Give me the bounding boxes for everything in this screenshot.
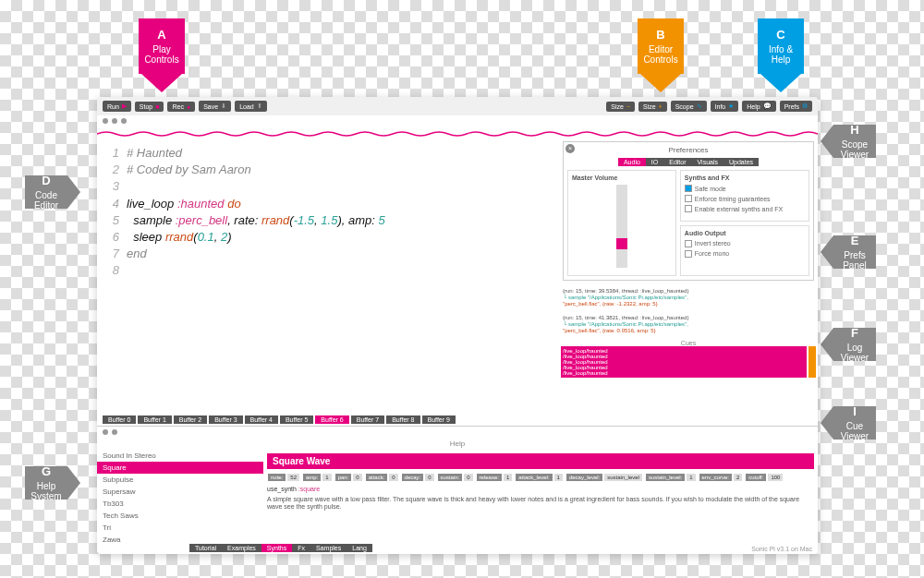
help-item[interactable]: Tb303 [97,498,263,510]
annotation-e: EPrefs Panel [821,235,876,269]
minus-icon: − [626,103,630,110]
annotation-g: GHelp System [25,466,80,500]
load-button[interactable]: Load⬆ [235,101,267,112]
help-list[interactable]: Sound In Stereo Square Subpulse Supersaw… [97,450,263,542]
buffer-tab-8[interactable]: Buffer 8 [386,415,419,424]
external-checkbox[interactable] [685,205,692,212]
help-window-dots [97,427,818,438]
annotation-d: DCode Editor [25,175,80,209]
size-plus-button[interactable]: Size+ [638,102,667,112]
volume-slider[interactable] [616,185,627,268]
help-tab-lang[interactable]: Lang [346,544,372,552]
window-dots [97,115,818,126]
info-button[interactable]: Info★ [711,101,739,112]
help-item[interactable]: Square [97,462,263,474]
save-icon: ⬇ [221,102,226,110]
cue-viewer: Cues /live_loop/haunted /live_loop/haunt… [559,338,818,379]
annotation-h: HScope Viewer [821,125,876,158]
buffer-tab-1[interactable]: Buffer 1 [138,415,171,424]
rec-icon: ● [187,103,190,110]
help-content: Square Wave note:52 amp:1 pan:0 attack:0… [263,450,818,542]
timing-checkbox[interactable] [685,195,692,202]
buffer-tab-7[interactable]: Buffer 7 [351,415,384,424]
help-params: note:52 amp:1 pan:0 attack:0 decay:0 sus… [267,473,814,482]
help-heading: Square Wave [267,453,814,469]
annotation-a: APlay Controls [139,18,185,92]
prefs-tab-audio[interactable]: Audio [618,158,646,166]
buffer-tab-0[interactable]: Buffer 0 [103,415,136,424]
app-window: Run▶ Stop■ Rec● Save⬇ Load⬆ Size− Size+ … [97,97,818,554]
help-item[interactable]: Subpulse [97,474,263,486]
safe-mode-checkbox[interactable] [685,185,692,192]
help-item[interactable]: Zawa [97,534,263,542]
right-pane: × Preferences Audio IO Editor Visuals Up… [559,138,818,414]
scope-button[interactable]: Scope∿ [671,101,707,112]
prefs-tab-visuals[interactable]: Visuals [692,158,723,166]
invert-checkbox[interactable] [685,240,692,247]
scope-icon: ∿ [697,102,702,110]
help-tab-tutorial[interactable]: Tutorial [189,544,222,552]
annotation-i: ICue Viewer [821,406,876,440]
buffer-tab-3[interactable]: Buffer 3 [209,415,242,424]
prefs-panel: × Preferences Audio IO Editor Visuals Up… [563,141,814,281]
prefs-tab-editor[interactable]: Editor [663,158,691,166]
audio-output-label: Audio Output [685,230,805,236]
help-tab-fx[interactable]: Fx [292,544,310,552]
synths-fx-label: Synths and FX [685,175,805,181]
size-minus-button[interactable]: Size− [606,102,635,112]
help-tab-examples[interactable]: Examples [222,544,261,552]
prefs-tab-io[interactable]: IO [646,158,663,166]
buffer-tab-4[interactable]: Buffer 4 [245,415,278,424]
stop-icon: ■ [155,103,159,110]
info-icon: ★ [728,102,734,110]
buffer-tab-9[interactable]: Buffer 9 [422,415,456,424]
help-panel: Help Sound In Stereo Square Subpulse Sup… [97,426,818,554]
buffer-tab-5[interactable]: Buffer 5 [280,415,313,424]
cue-list: /live_loop/haunted /live_loop/haunted /l… [561,346,807,378]
play-icon: ▶ [122,102,127,110]
code-editor[interactable]: 1# Haunted 2# Coded by Sam Aaron 3 4live… [97,138,559,414]
help-item[interactable]: Sound In Stereo [97,450,263,462]
buffer-tabs: Buffer 0 Buffer 1 Buffer 2 Buffer 3 Buff… [97,414,818,426]
footer-version: Sonic Pi v3.1 on Mac [751,546,812,552]
annotation-b: BEditor Controls [638,18,684,92]
prefs-title: Preferences [567,146,809,154]
stop-button[interactable]: Stop■ [135,102,164,112]
help-item[interactable]: Supersaw [97,486,263,498]
toolbar: Run▶ Stop■ Rec● Save⬇ Load⬆ Size− Size+ … [97,97,818,115]
buffer-tab-2[interactable]: Buffer 2 [174,415,207,424]
help-tab-samples[interactable]: Samples [310,544,346,552]
help-button[interactable]: Help💬 [742,101,775,112]
help-item[interactable]: Tech Saws [97,510,263,522]
prefs-icon: ⚙ [802,102,808,110]
plus-icon: + [659,103,663,110]
annotation-f: FLog Viewer [821,328,876,361]
log-viewer: {run: 15, time: 39.5384, thread: :live_l… [559,284,818,338]
mono-checkbox[interactable] [685,250,692,258]
prefs-tab-updates[interactable]: Updates [723,158,759,166]
load-icon: ⬆ [257,102,262,110]
help-tab-synths[interactable]: Synths [261,544,292,552]
help-category-tabs: Tutorial Examples Synths Fx Samples Lang [97,542,818,554]
scope-viewer [97,126,818,138]
buffer-tab-6[interactable]: Buffer 6 [315,415,348,424]
rec-button[interactable]: Rec● [167,102,195,112]
save-button[interactable]: Save⬇ [199,101,231,112]
prefs-button[interactable]: Prefs⚙ [780,101,812,112]
cue-bar [808,346,816,378]
prefs-close-icon[interactable]: × [565,144,575,153]
help-icon: 💬 [763,102,772,110]
master-volume-label: Master Volume [572,175,672,181]
run-button[interactable]: Run▶ [103,101,131,112]
volume-thumb[interactable] [616,238,627,249]
help-item[interactable]: Tri [97,522,263,534]
annotation-c: CInfo & Help [758,18,804,92]
